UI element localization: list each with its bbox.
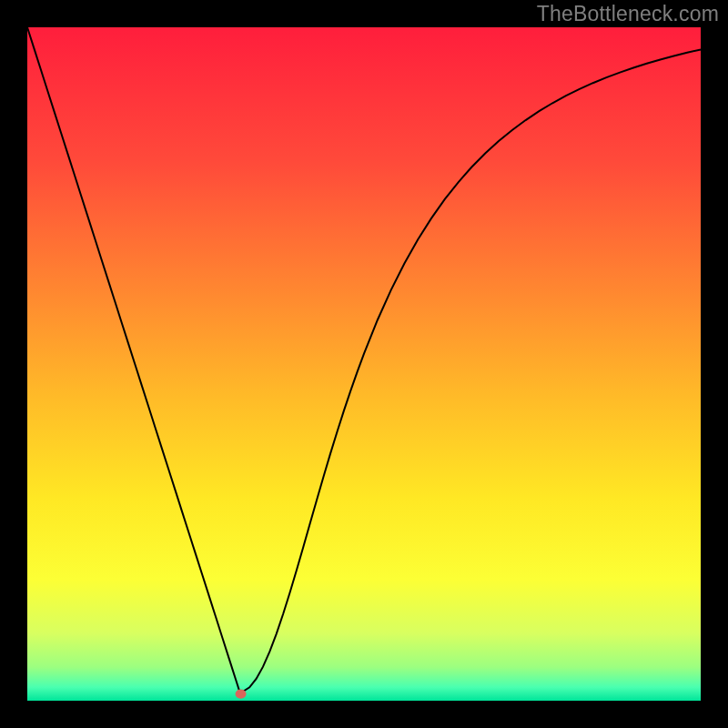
bottleneck-chart [0, 0, 728, 728]
plot-background [27, 27, 701, 701]
chart-container: TheBottleneck.com [0, 0, 728, 728]
watermark-text: TheBottleneck.com [537, 2, 719, 26]
optimal-point-marker [236, 690, 247, 699]
